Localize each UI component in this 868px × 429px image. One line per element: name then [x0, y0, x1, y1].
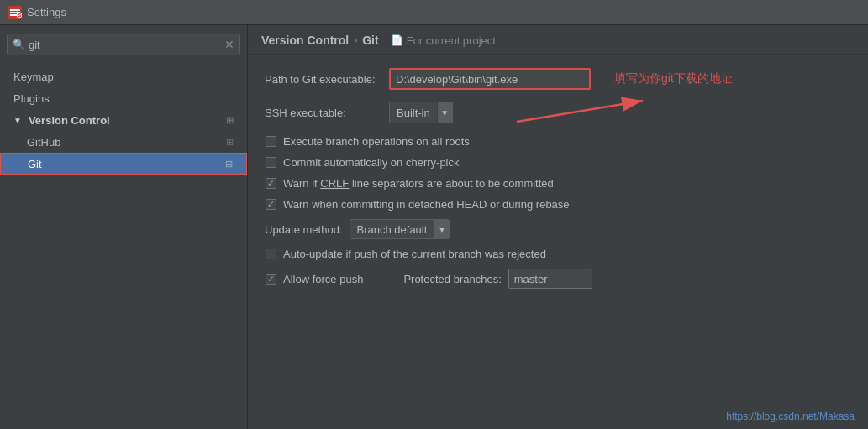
title-bar-text: Settings: [27, 6, 66, 18]
checkbox-row-detached: ✓ Warn when committing in detached HEAD …: [265, 198, 851, 211]
sidebar-item-plugins[interactable]: Plugins: [0, 87, 247, 109]
ssh-dropdown-button[interactable]: ▼: [437, 102, 452, 123]
search-clear-icon[interactable]: ✕: [224, 39, 234, 50]
settings-app-icon: [8, 6, 22, 19]
checkmark-force-push: ✓: [267, 275, 275, 284]
breadcrumb-child: Git: [362, 34, 378, 47]
checkbox-auto-update[interactable]: [266, 249, 276, 259]
expand-triangle-icon: ▼: [13, 116, 22, 125]
breadcrumb: Version Control › Git 📄 For current proj…: [248, 25, 868, 55]
checkbox-label-cherry-pick: Commit automatically on cherry-pick: [283, 156, 460, 169]
sidebar-item-git[interactable]: Git ⊞: [0, 153, 247, 175]
breadcrumb-project: 📄 For current project: [391, 34, 496, 47]
footer-url: https://blog.csdn.net/Makasa: [726, 411, 855, 422]
breadcrumb-parent: Version Control: [261, 34, 349, 47]
ssh-select-container[interactable]: Built-in ▼: [389, 102, 453, 123]
path-row: Path to Git executable: 填写为你git下载的地址: [265, 68, 851, 90]
sidebar: 🔍 ✕ Keymap Plugins ▼ Version Control ⊞ G…: [0, 25, 248, 429]
checkbox-row-cherry-pick: Commit automatically on cherry-pick: [265, 156, 851, 169]
search-icon: 🔍: [13, 39, 25, 50]
copy-icon-github[interactable]: ⊞: [226, 137, 234, 148]
checkmark-detached: ✓: [267, 200, 275, 209]
svg-rect-1: [10, 9, 20, 11]
search-bar[interactable]: 🔍 ✕: [7, 34, 240, 55]
settings-content: Path to Git executable: 填写为你git下载的地址 SSH…: [248, 55, 868, 429]
checkbox-row-auto-update: Auto-update if push of the current branc…: [265, 248, 851, 260]
svg-rect-3: [10, 14, 17, 16]
force-push-row: ✓ Allow force push Protected branches:: [265, 269, 851, 289]
title-bar: Settings: [0, 0, 868, 25]
checkbox-label-crlf: Warn if CRLF line separators are about t…: [283, 177, 554, 190]
checkbox-branch-ops[interactable]: [266, 136, 276, 147]
content: Version Control › Git 📄 For current proj…: [248, 25, 868, 429]
sidebar-item-github[interactable]: GitHub ⊞: [0, 131, 247, 153]
checkbox-label-branch-ops: Execute branch operations on all roots: [283, 135, 470, 148]
breadcrumb-project-label: For current project: [407, 34, 496, 47]
sidebar-item-keymap[interactable]: Keymap: [0, 65, 247, 87]
checkbox-label-auto-update: Auto-update if push of the current branc…: [283, 248, 546, 260]
checkbox-row-branch-ops: Execute branch operations on all roots: [265, 135, 851, 148]
update-method-row: Update method: Branch default ▼: [265, 219, 851, 239]
checkmark-crlf: ✓: [267, 179, 275, 188]
protected-branches-input[interactable]: [508, 269, 592, 289]
copy-icon[interactable]: ⊞: [226, 115, 234, 126]
update-method-dropdown-button[interactable]: ▼: [434, 220, 449, 238]
main-layout: 🔍 ✕ Keymap Plugins ▼ Version Control ⊞ G…: [0, 25, 868, 429]
protected-branches-label: Protected branches:: [403, 273, 501, 285]
ssh-value: Built-in: [390, 107, 437, 119]
annotation-text: 填写为你git下载的地址: [614, 71, 733, 86]
project-icon: 📄: [391, 34, 403, 46]
content-wrapper: Version Control › Git 📄 For current proj…: [248, 25, 868, 429]
checkbox-label-force-push: Allow force push: [283, 273, 363, 285]
checkbox-force-push[interactable]: ✓: [266, 274, 276, 285]
update-method-select-container[interactable]: Branch default ▼: [350, 219, 450, 239]
path-input[interactable]: [389, 68, 591, 90]
update-method-label: Update method:: [265, 223, 343, 236]
sidebar-nav: Keymap Plugins ▼ Version Control ⊞ GitHu…: [0, 62, 247, 429]
checkbox-row-crlf: ✓ Warn if CRLF line separators are about…: [265, 177, 851, 190]
search-input[interactable]: [29, 39, 224, 51]
ssh-row: SSH executable: Built-in ▼: [265, 102, 851, 123]
checkbox-detached[interactable]: ✓: [266, 199, 276, 210]
sidebar-item-version-control[interactable]: ▼ Version Control ⊞: [0, 109, 247, 131]
checkbox-crlf[interactable]: ✓: [266, 178, 276, 189]
ssh-label: SSH executable:: [265, 107, 382, 119]
checkbox-cherry-pick[interactable]: [266, 157, 276, 168]
checkbox-label-detached: Warn when committing in detached HEAD or…: [283, 198, 570, 211]
path-label: Path to Git executable:: [265, 73, 382, 86]
copy-icon-git[interactable]: ⊞: [225, 159, 233, 170]
update-method-value: Branch default: [350, 223, 434, 236]
breadcrumb-separator: ›: [354, 34, 357, 46]
